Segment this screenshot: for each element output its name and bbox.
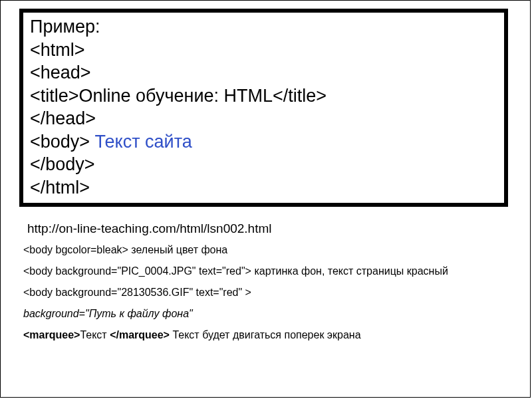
code-line: <html>	[30, 39, 497, 62]
code-line: <title>Online обучение: HTML</title>	[30, 84, 497, 108]
annotation-line: <marquee>Текст </marquee> Текст будет дв…	[23, 329, 361, 341]
code-text-highlight: Текст сайта	[95, 132, 192, 152]
code-line: </head>	[30, 107, 497, 130]
annotation-line: <body background="28130536.GIF" text="re…	[23, 287, 251, 299]
reference-url: http://on-line-teaching.com/html/lsn002.…	[27, 221, 272, 236]
annotation-tag: </marquee>	[110, 329, 170, 340]
code-line: Пример:	[30, 15, 497, 39]
code-line: <body> Текст сайта	[30, 130, 497, 154]
slide-container: Пример: <html> <head> <title>Online обуч…	[0, 0, 531, 398]
code-line: </body>	[30, 153, 497, 176]
code-line: <head>	[30, 61, 497, 84]
code-line: </html>	[30, 176, 497, 200]
annotation-line: background="Путь к файлу фона"	[23, 308, 193, 320]
code-text: <body>	[30, 132, 95, 152]
annotation-line: <body bgcolor=bleak> зеленый цвет фона	[23, 244, 227, 256]
annotation-text: Текст будет двигаться поперек экрана	[170, 329, 361, 340]
code-example-box: Пример: <html> <head> <title>Online обуч…	[19, 9, 508, 207]
annotation-tag: <marquee>	[23, 329, 80, 340]
annotation-text: Текст	[80, 329, 110, 340]
annotation-line: <body background="PIC_0004.JPG" text="re…	[23, 265, 448, 277]
